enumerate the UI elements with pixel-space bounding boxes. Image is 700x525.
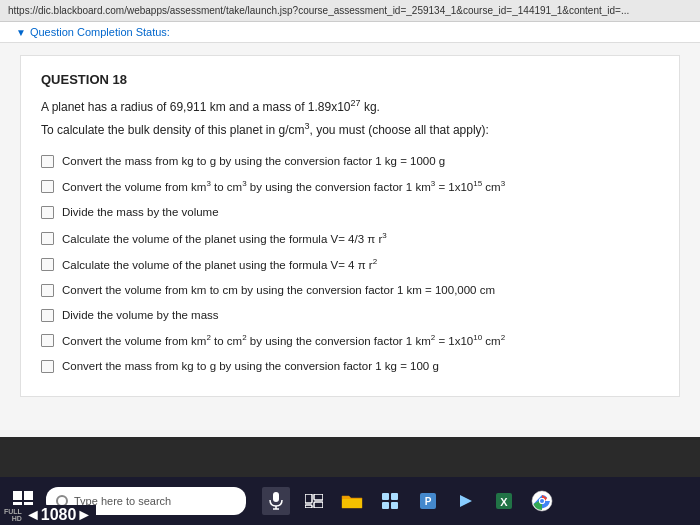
svg-rect-3 [305, 494, 312, 503]
choice-text-5: Calculate the volume of the planet using… [62, 256, 659, 274]
choice-item-9: Convert the mass from kg to g by using t… [41, 354, 659, 379]
svg-text:P: P [425, 496, 432, 507]
choice-text-4: Calculate the volume of the planet using… [62, 230, 659, 248]
choice-checkbox-4[interactable] [41, 232, 54, 245]
question-number: QUESTION 18 [41, 72, 659, 87]
choice-item-7: Divide the volume by the mass [41, 303, 659, 328]
question-intro-1: A planet has a radius of 69,911 km and a… [41, 97, 659, 116]
full-label: FULL [4, 508, 22, 515]
microphone-icon[interactable] [262, 487, 290, 515]
app-icon-2[interactable] [452, 487, 480, 515]
svg-rect-8 [382, 493, 389, 500]
choice-text-9: Convert the mass from kg to g by using t… [62, 358, 659, 375]
taskbar: Type here to search [0, 477, 700, 525]
svg-rect-5 [305, 505, 312, 508]
hd-label: HD [12, 515, 22, 522]
choice-checkbox-5[interactable] [41, 258, 54, 271]
question-intro-2: To calculate the bulk density of this pl… [41, 120, 659, 139]
store-icon[interactable] [376, 487, 404, 515]
choice-item-3: Divide the mass by the volume [41, 200, 659, 225]
choice-item-1: Convert the mass from kg to g by using t… [41, 149, 659, 174]
choice-checkbox-8[interactable] [41, 334, 54, 347]
choice-checkbox-3[interactable] [41, 206, 54, 219]
app-icon-chrome[interactable] [528, 487, 556, 515]
question-container: QUESTION 18 A planet has a radius of 69,… [20, 55, 680, 397]
task-view-icon[interactable] [300, 487, 328, 515]
svg-rect-4 [314, 494, 323, 500]
choice-text-2: Convert the volume from km3 to cm3 by us… [62, 178, 659, 196]
choice-item-5: Calculate the volume of the planet using… [41, 252, 659, 278]
svg-rect-7 [342, 499, 362, 508]
svg-rect-0 [273, 492, 279, 502]
app-icon-1[interactable]: P [414, 487, 442, 515]
content-wrapper: QUESTION 18 A planet has a radius of 69,… [0, 43, 700, 403]
status-label: Question Completion Status: [30, 26, 170, 38]
choice-checkbox-6[interactable] [41, 284, 54, 297]
svg-rect-10 [382, 502, 389, 509]
svg-point-19 [540, 499, 544, 503]
svg-rect-11 [391, 502, 398, 509]
choice-checkbox-7[interactable] [41, 309, 54, 322]
choice-text-3: Divide the mass by the volume [62, 204, 659, 221]
choice-checkbox-1[interactable] [41, 155, 54, 168]
svg-rect-9 [391, 493, 398, 500]
choice-text-7: Divide the volume by the mass [62, 307, 659, 324]
resolution-value: ◄1080► [25, 506, 92, 524]
status-bar[interactable]: ▼ Question Completion Status: [0, 22, 700, 43]
svg-marker-14 [460, 495, 472, 507]
choice-checkbox-2[interactable] [41, 180, 54, 193]
choice-text-6: Convert the volume from km to cm by usin… [62, 282, 659, 299]
choice-checkbox-9[interactable] [41, 360, 54, 373]
browser-bar: https://dic.blackboard.com/webapps/asses… [0, 0, 700, 22]
fhd-badge: FULL HD ◄1080► [0, 505, 96, 525]
app-icon-excel[interactable]: X [490, 487, 518, 515]
choice-item-8: Convert the volume from km2 to cm2 by us… [41, 328, 659, 354]
choice-item-4: Calculate the volume of the planet using… [41, 226, 659, 252]
choice-item-2: Convert the volume from km3 to cm3 by us… [41, 174, 659, 200]
svg-text:X: X [500, 496, 508, 508]
choice-text-8: Convert the volume from km2 to cm2 by us… [62, 332, 659, 350]
svg-rect-6 [314, 502, 323, 508]
url-bar: https://dic.blackboard.com/webapps/asses… [8, 5, 629, 16]
file-explorer-icon[interactable] [338, 487, 366, 515]
choice-text-1: Convert the mass from kg to g by using t… [62, 153, 659, 170]
status-arrow: ▼ [16, 27, 26, 38]
taskbar-icons: P X [262, 487, 556, 515]
choice-item-6: Convert the volume from km to cm by usin… [41, 278, 659, 303]
choices-list: Convert the mass from kg to g by using t… [41, 149, 659, 380]
main-content: ▼ Question Completion Status: QUESTION 1… [0, 22, 700, 437]
